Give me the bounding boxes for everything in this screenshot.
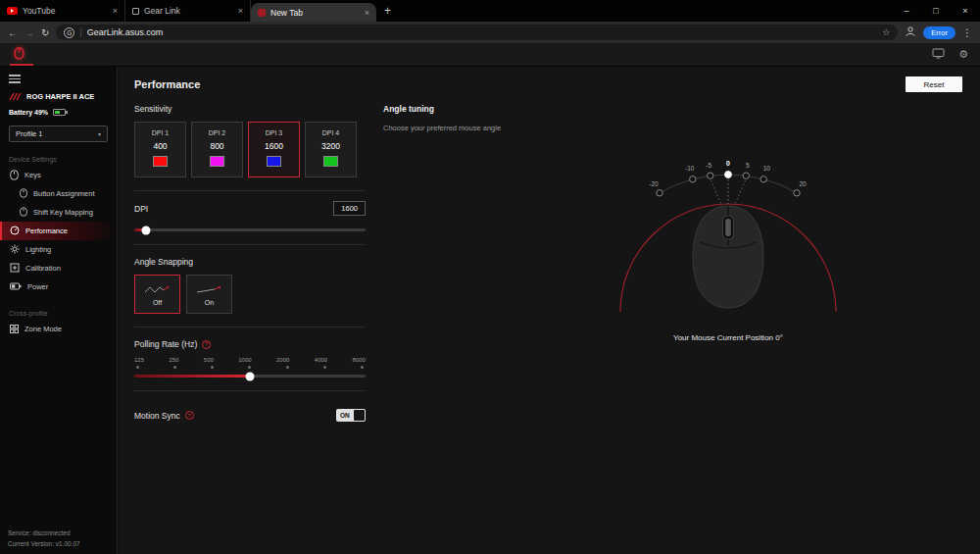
device-name-row: ROG HARPE II ACE — [9, 92, 117, 101]
scale-label-zero: 0 — [726, 160, 730, 167]
motion-sync-toggle[interactable]: ON — [336, 409, 366, 422]
scale-label: -5 — [706, 162, 711, 169]
dpi-stage-name: DPI 1 — [152, 129, 170, 136]
tab-title: YouTube — [23, 6, 108, 16]
window-controls: – □ × — [892, 0, 980, 22]
menu-hamburger-icon[interactable] — [9, 75, 21, 83]
dpi-color-swatch[interactable] — [323, 156, 338, 167]
dpi-stage-value: 3200 — [321, 141, 340, 151]
dpi-color-swatch[interactable] — [267, 156, 281, 167]
dpi-stage-name: DPI 4 — [322, 129, 340, 136]
sidebar-item-button-assignment[interactable]: Button Assignment — [0, 184, 117, 203]
tab-gear-link[interactable]: Gear Link × — [125, 0, 251, 22]
dpi-stage-value: 1600 — [265, 141, 283, 151]
browser-menu-icon[interactable]: ⋮ — [962, 27, 972, 38]
section-cross-profile: Cross-profile — [9, 310, 117, 317]
dpi-stage-cards: DPI 1 400 DPI 2 800 DPI 3 1600 DPI 4 320… — [134, 122, 366, 177]
angle-snapping-label: Angle Snapping — [134, 257, 366, 267]
window-maximize-button[interactable]: □ — [921, 0, 951, 22]
tick-label: 4000 — [315, 357, 327, 363]
scale-label: 10 — [763, 165, 771, 172]
tab-youtube[interactable]: YouTube × — [0, 0, 125, 22]
tab-title: Gear Link — [144, 6, 233, 16]
sidebar-item-keys[interactable]: Keys — [0, 166, 117, 184]
tab-new-tab[interactable]: New Tab × — [251, 3, 376, 22]
page-title: Performance — [134, 78, 200, 90]
sidebar-item-calibration[interactable]: Calibration — [0, 259, 117, 277]
profile-avatar-icon[interactable] — [905, 24, 916, 41]
tab-close-icon[interactable]: × — [365, 8, 369, 18]
settings-gear-icon[interactable]: ⚙ — [958, 48, 968, 61]
profile-value: Profile 1 — [16, 129, 43, 138]
angle-snapping-on-card[interactable]: On — [186, 275, 232, 314]
angle-tuning-dial[interactable]: -20 -10 -5 0 5 10 20 Your Mouse Current … — [562, 159, 895, 342]
url-text[interactable]: GearLink.asus.com — [87, 27, 164, 37]
url-bar[interactable]: G | GearLink.asus.com ☆ — [56, 25, 898, 40]
straight-path-icon — [196, 283, 223, 295]
sidebar-item-power[interactable]: Power — [0, 277, 117, 296]
angle-snapping-on-label: On — [205, 299, 214, 306]
window-close-button[interactable]: × — [951, 0, 980, 22]
dpi-stage-4-card[interactable]: DPI 4 3200 — [305, 122, 357, 177]
dpi-stage-value: 800 — [210, 141, 223, 151]
dpi-stage-name: DPI 3 — [266, 129, 283, 136]
sidebar-item-label: Performance — [25, 227, 68, 235]
bookmark-star-icon[interactable]: ☆ — [882, 27, 890, 37]
dpi-stage-3-card[interactable]: DPI 3 1600 — [248, 122, 300, 177]
chevron-down-icon: ▾ — [98, 130, 101, 137]
polling-help-icon[interactable]: ? — [202, 340, 211, 349]
mouse-icon — [10, 170, 19, 180]
gear-link-favicon — [132, 8, 139, 15]
sidebar-item-label: Zone Mode — [24, 325, 62, 333]
service-status: Service: disconnected — [8, 529, 80, 538]
battery-row: Battery 49% — [9, 109, 117, 116]
angle-snapping-off-card[interactable]: Off — [134, 275, 180, 314]
sidebar-item-lighting[interactable]: Lighting — [0, 240, 117, 259]
profile-dropdown[interactable]: Profile 1 ▾ — [9, 126, 108, 142]
toggle-knob — [354, 410, 365, 421]
dpi-stage-name: DPI 2 — [209, 129, 226, 136]
dpi-color-swatch[interactable] — [153, 156, 168, 167]
mouse-shift-icon — [20, 207, 27, 217]
polling-rate-label: Polling Rate (Hz) — [134, 339, 197, 349]
app-header: ⚙ — [0, 43, 980, 67]
browser-toolbar: ← → ↻ G | GearLink.asus.com ☆ Error ⋮ — [0, 22, 980, 43]
profile-error-badge[interactable]: Error — [923, 26, 956, 39]
reset-button[interactable]: Reset — [906, 76, 962, 92]
dpi-slider-thumb[interactable] — [141, 226, 150, 234]
forward-button[interactable]: → — [24, 27, 34, 38]
sidebar: ROG HARPE II ACE Battery 49% Profile 1 ▾… — [0, 67, 118, 554]
scale-label: 20 — [799, 180, 807, 187]
app-version: Current Version: v1.00.07 — [8, 539, 80, 549]
tab-close-icon[interactable]: × — [113, 6, 118, 16]
angle-snapping-off-label: Off — [153, 299, 162, 306]
motion-sync-help-icon[interactable]: ? — [185, 411, 194, 420]
scale-label: -10 — [685, 165, 695, 172]
reload-button[interactable]: ↻ — [41, 27, 49, 38]
tick-label: 125 — [134, 357, 144, 363]
sidebar-item-shift-key-mapping[interactable]: Shift Key Mapping — [0, 203, 117, 222]
dpi-slider[interactable] — [134, 228, 366, 231]
divider — [134, 327, 366, 327]
mouse-button-icon — [20, 188, 27, 198]
tick-label: 500 — [204, 357, 214, 363]
back-button[interactable]: ← — [8, 27, 18, 38]
site-info-icon[interactable]: G — [64, 27, 74, 38]
polling-slider-thumb[interactable] — [246, 372, 255, 380]
motion-sync-label: Motion Sync — [134, 411, 180, 421]
dpi-color-swatch[interactable] — [210, 156, 224, 167]
dpi-stage-1-card[interactable]: DPI 1 400 — [134, 122, 186, 177]
window-minimize-button[interactable]: – — [892, 0, 921, 22]
divider — [134, 390, 366, 391]
new-tab-button[interactable]: + — [384, 5, 391, 17]
polling-rate-slider[interactable] — [134, 375, 366, 378]
polling-tick-dots — [134, 366, 366, 369]
sidebar-item-zone-mode[interactable]: Zone Mode — [0, 320, 117, 338]
tab-close-icon[interactable]: × — [238, 6, 243, 16]
dpi-value-box[interactable]: 1600 — [333, 201, 366, 216]
device-mouse-icon[interactable] — [12, 46, 26, 64]
tick-label: 2000 — [276, 357, 289, 363]
display-devices-icon[interactable] — [932, 48, 945, 61]
dpi-stage-2-card[interactable]: DPI 2 800 — [191, 122, 243, 177]
sidebar-item-performance[interactable]: Performance — [0, 222, 117, 240]
